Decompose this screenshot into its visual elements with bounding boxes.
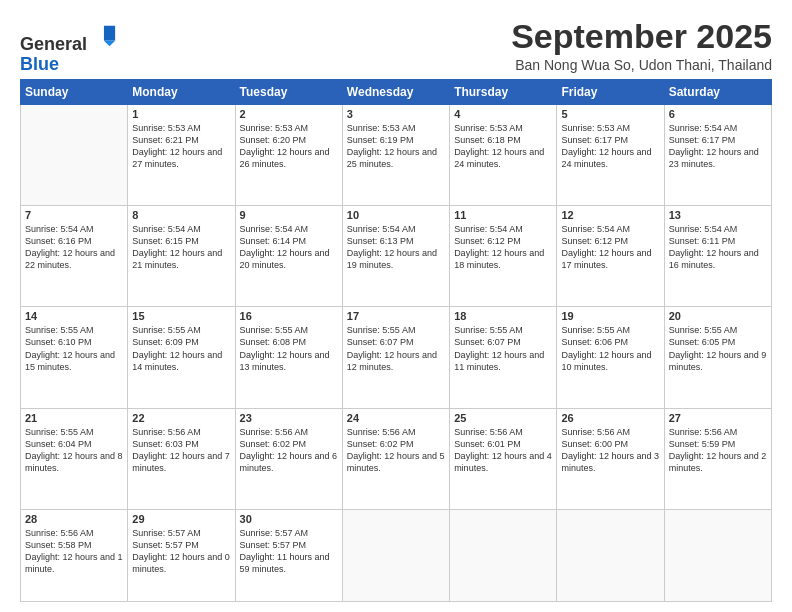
day-number: 25 bbox=[454, 412, 552, 424]
logo-blue-text: Blue bbox=[20, 54, 59, 74]
table-row bbox=[557, 509, 664, 601]
table-row: 27Sunrise: 5:56 AM Sunset: 5:59 PM Dayli… bbox=[664, 408, 771, 509]
day-info: Sunrise: 5:56 AM Sunset: 6:00 PM Dayligh… bbox=[561, 426, 659, 475]
day-number: 6 bbox=[669, 108, 767, 120]
day-info: Sunrise: 5:56 AM Sunset: 6:01 PM Dayligh… bbox=[454, 426, 552, 475]
month-title: September 2025 bbox=[511, 18, 772, 55]
day-info: Sunrise: 5:55 AM Sunset: 6:07 PM Dayligh… bbox=[454, 324, 552, 373]
day-info: Sunrise: 5:55 AM Sunset: 6:07 PM Dayligh… bbox=[347, 324, 445, 373]
day-info: Sunrise: 5:55 AM Sunset: 6:08 PM Dayligh… bbox=[240, 324, 338, 373]
day-info: Sunrise: 5:53 AM Sunset: 6:18 PM Dayligh… bbox=[454, 122, 552, 171]
day-number: 7 bbox=[25, 209, 123, 221]
day-number: 18 bbox=[454, 310, 552, 322]
day-number: 24 bbox=[347, 412, 445, 424]
day-number: 3 bbox=[347, 108, 445, 120]
day-number: 14 bbox=[25, 310, 123, 322]
table-row: 7Sunrise: 5:54 AM Sunset: 6:16 PM Daylig… bbox=[21, 205, 128, 306]
table-row bbox=[664, 509, 771, 601]
table-row: 29Sunrise: 5:57 AM Sunset: 5:57 PM Dayli… bbox=[128, 509, 235, 601]
day-info: Sunrise: 5:55 AM Sunset: 6:06 PM Dayligh… bbox=[561, 324, 659, 373]
day-info: Sunrise: 5:54 AM Sunset: 6:12 PM Dayligh… bbox=[454, 223, 552, 272]
calendar-header-row: Sunday Monday Tuesday Wednesday Thursday… bbox=[21, 79, 772, 104]
page: General Blue September 2025 Ban Nong Wua… bbox=[0, 0, 792, 612]
table-row: 14Sunrise: 5:55 AM Sunset: 6:10 PM Dayli… bbox=[21, 307, 128, 408]
table-row: 21Sunrise: 5:55 AM Sunset: 6:04 PM Dayli… bbox=[21, 408, 128, 509]
table-row: 3Sunrise: 5:53 AM Sunset: 6:19 PM Daylig… bbox=[342, 104, 449, 205]
day-info: Sunrise: 5:53 AM Sunset: 6:19 PM Dayligh… bbox=[347, 122, 445, 171]
table-row: 28Sunrise: 5:56 AM Sunset: 5:58 PM Dayli… bbox=[21, 509, 128, 601]
day-info: Sunrise: 5:55 AM Sunset: 6:05 PM Dayligh… bbox=[669, 324, 767, 373]
day-number: 23 bbox=[240, 412, 338, 424]
table-row: 9Sunrise: 5:54 AM Sunset: 6:14 PM Daylig… bbox=[235, 205, 342, 306]
table-row: 30Sunrise: 5:57 AM Sunset: 5:57 PM Dayli… bbox=[235, 509, 342, 601]
day-info: Sunrise: 5:53 AM Sunset: 6:17 PM Dayligh… bbox=[561, 122, 659, 171]
day-info: Sunrise: 5:57 AM Sunset: 5:57 PM Dayligh… bbox=[132, 527, 230, 576]
col-wednesday: Wednesday bbox=[342, 79, 449, 104]
table-row: 1Sunrise: 5:53 AM Sunset: 6:21 PM Daylig… bbox=[128, 104, 235, 205]
table-row: 8Sunrise: 5:54 AM Sunset: 6:15 PM Daylig… bbox=[128, 205, 235, 306]
day-number: 2 bbox=[240, 108, 338, 120]
day-info: Sunrise: 5:55 AM Sunset: 6:10 PM Dayligh… bbox=[25, 324, 123, 373]
table-row: 11Sunrise: 5:54 AM Sunset: 6:12 PM Dayli… bbox=[450, 205, 557, 306]
day-number: 16 bbox=[240, 310, 338, 322]
day-info: Sunrise: 5:54 AM Sunset: 6:16 PM Dayligh… bbox=[25, 223, 123, 272]
day-number: 12 bbox=[561, 209, 659, 221]
col-thursday: Thursday bbox=[450, 79, 557, 104]
day-info: Sunrise: 5:53 AM Sunset: 6:20 PM Dayligh… bbox=[240, 122, 338, 171]
day-number: 17 bbox=[347, 310, 445, 322]
table-row: 10Sunrise: 5:54 AM Sunset: 6:13 PM Dayli… bbox=[342, 205, 449, 306]
table-row: 25Sunrise: 5:56 AM Sunset: 6:01 PM Dayli… bbox=[450, 408, 557, 509]
day-info: Sunrise: 5:56 AM Sunset: 6:02 PM Dayligh… bbox=[240, 426, 338, 475]
col-sunday: Sunday bbox=[21, 79, 128, 104]
table-row: 23Sunrise: 5:56 AM Sunset: 6:02 PM Dayli… bbox=[235, 408, 342, 509]
day-info: Sunrise: 5:54 AM Sunset: 6:11 PM Dayligh… bbox=[669, 223, 767, 272]
day-number: 26 bbox=[561, 412, 659, 424]
day-info: Sunrise: 5:53 AM Sunset: 6:21 PM Dayligh… bbox=[132, 122, 230, 171]
day-info: Sunrise: 5:55 AM Sunset: 6:09 PM Dayligh… bbox=[132, 324, 230, 373]
day-info: Sunrise: 5:54 AM Sunset: 6:14 PM Dayligh… bbox=[240, 223, 338, 272]
table-row: 17Sunrise: 5:55 AM Sunset: 6:07 PM Dayli… bbox=[342, 307, 449, 408]
day-number: 1 bbox=[132, 108, 230, 120]
table-row: 19Sunrise: 5:55 AM Sunset: 6:06 PM Dayli… bbox=[557, 307, 664, 408]
col-friday: Friday bbox=[557, 79, 664, 104]
logo-general-text: General bbox=[20, 34, 87, 54]
day-number: 11 bbox=[454, 209, 552, 221]
calendar-table: Sunday Monday Tuesday Wednesday Thursday… bbox=[20, 79, 772, 602]
day-number: 20 bbox=[669, 310, 767, 322]
day-info: Sunrise: 5:54 AM Sunset: 6:17 PM Dayligh… bbox=[669, 122, 767, 171]
day-number: 10 bbox=[347, 209, 445, 221]
table-row: 16Sunrise: 5:55 AM Sunset: 6:08 PM Dayli… bbox=[235, 307, 342, 408]
table-row: 4Sunrise: 5:53 AM Sunset: 6:18 PM Daylig… bbox=[450, 104, 557, 205]
day-number: 19 bbox=[561, 310, 659, 322]
day-info: Sunrise: 5:54 AM Sunset: 6:15 PM Dayligh… bbox=[132, 223, 230, 272]
table-row: 12Sunrise: 5:54 AM Sunset: 6:12 PM Dayli… bbox=[557, 205, 664, 306]
col-saturday: Saturday bbox=[664, 79, 771, 104]
day-number: 22 bbox=[132, 412, 230, 424]
day-number: 28 bbox=[25, 513, 123, 525]
table-row bbox=[450, 509, 557, 601]
table-row: 6Sunrise: 5:54 AM Sunset: 6:17 PM Daylig… bbox=[664, 104, 771, 205]
table-row: 20Sunrise: 5:55 AM Sunset: 6:05 PM Dayli… bbox=[664, 307, 771, 408]
table-row: 5Sunrise: 5:53 AM Sunset: 6:17 PM Daylig… bbox=[557, 104, 664, 205]
table-row: 13Sunrise: 5:54 AM Sunset: 6:11 PM Dayli… bbox=[664, 205, 771, 306]
title-block: September 2025 Ban Nong Wua So, Udon Tha… bbox=[511, 18, 772, 73]
table-row: 2Sunrise: 5:53 AM Sunset: 6:20 PM Daylig… bbox=[235, 104, 342, 205]
day-number: 4 bbox=[454, 108, 552, 120]
day-info: Sunrise: 5:56 AM Sunset: 5:59 PM Dayligh… bbox=[669, 426, 767, 475]
day-info: Sunrise: 5:56 AM Sunset: 6:02 PM Dayligh… bbox=[347, 426, 445, 475]
day-number: 29 bbox=[132, 513, 230, 525]
day-info: Sunrise: 5:56 AM Sunset: 5:58 PM Dayligh… bbox=[25, 527, 123, 576]
header: General Blue September 2025 Ban Nong Wua… bbox=[20, 18, 772, 75]
day-info: Sunrise: 5:54 AM Sunset: 6:12 PM Dayligh… bbox=[561, 223, 659, 272]
logo: General Blue bbox=[20, 22, 117, 75]
table-row bbox=[21, 104, 128, 205]
day-number: 5 bbox=[561, 108, 659, 120]
col-tuesday: Tuesday bbox=[235, 79, 342, 104]
day-info: Sunrise: 5:55 AM Sunset: 6:04 PM Dayligh… bbox=[25, 426, 123, 475]
location: Ban Nong Wua So, Udon Thani, Thailand bbox=[511, 57, 772, 73]
svg-marker-1 bbox=[104, 41, 115, 47]
logo-icon bbox=[89, 22, 117, 50]
col-monday: Monday bbox=[128, 79, 235, 104]
table-row: 22Sunrise: 5:56 AM Sunset: 6:03 PM Dayli… bbox=[128, 408, 235, 509]
day-number: 27 bbox=[669, 412, 767, 424]
